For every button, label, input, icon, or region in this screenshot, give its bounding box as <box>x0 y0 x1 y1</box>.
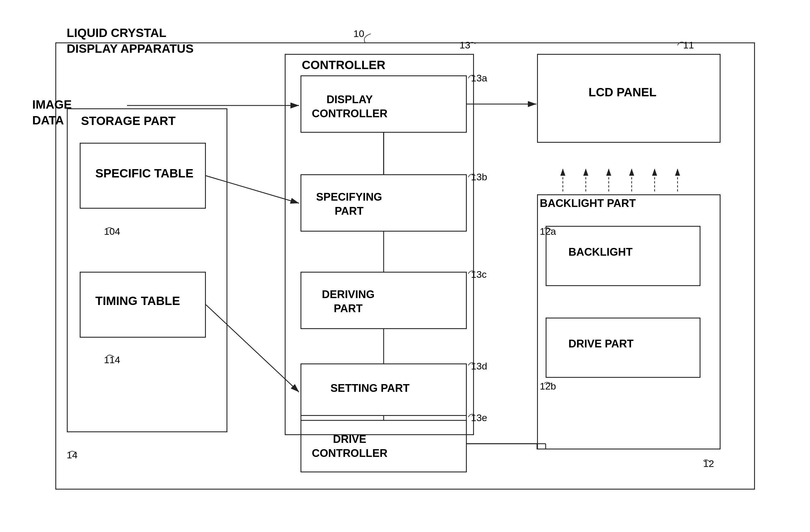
drive-controller-label: DRIVECONTROLLER <box>312 432 388 461</box>
diagram: 10 LIQUID CRYSTALDISPLAY APPARATUS IMAGE… <box>32 19 778 513</box>
specifying-part-label: SPECIFYINGPART <box>316 190 382 218</box>
main-title-label: LIQUID CRYSTALDISPLAY APPARATUS <box>67 25 194 56</box>
ref-13: 13 <box>459 39 471 51</box>
storage-part-label: STORAGE PART <box>81 114 176 128</box>
ref-104: 104 <box>104 226 120 237</box>
ref-13c: 13c <box>471 269 487 280</box>
controller-label: CONTROLLER <box>302 58 386 72</box>
ref-12b: 12b <box>540 381 556 392</box>
lcd-panel-label: LCD PANEL <box>589 85 657 99</box>
ref-10: 10 <box>354 28 364 39</box>
ref-14: 14 <box>67 449 78 461</box>
ref-11: 11 <box>683 39 694 51</box>
ref-13a: 13a <box>471 72 487 84</box>
display-controller-label: DISPLAYCONTROLLER <box>312 93 388 121</box>
ref-12: 12 <box>703 458 714 469</box>
ref-13d: 13d <box>471 361 487 372</box>
setting-part-label: SETTING PART <box>330 382 410 395</box>
deriving-part-label: DERIVINGPART <box>322 287 375 316</box>
drive-part-label: DRIVE PART <box>569 338 634 350</box>
timing-table-label: TIMING TABLE <box>96 293 180 309</box>
ref-13b: 13b <box>471 171 487 183</box>
backlight-part-label: BACKLIGHT PART <box>540 197 636 210</box>
image-data-label: IMAGEDATA <box>32 97 72 128</box>
ref-114: 114 <box>104 354 120 365</box>
backlight-label: BACKLIGHT <box>569 246 633 258</box>
specific-table-label: SPECIFIC TABLE <box>96 166 194 181</box>
ref-13e: 13e <box>471 412 487 423</box>
